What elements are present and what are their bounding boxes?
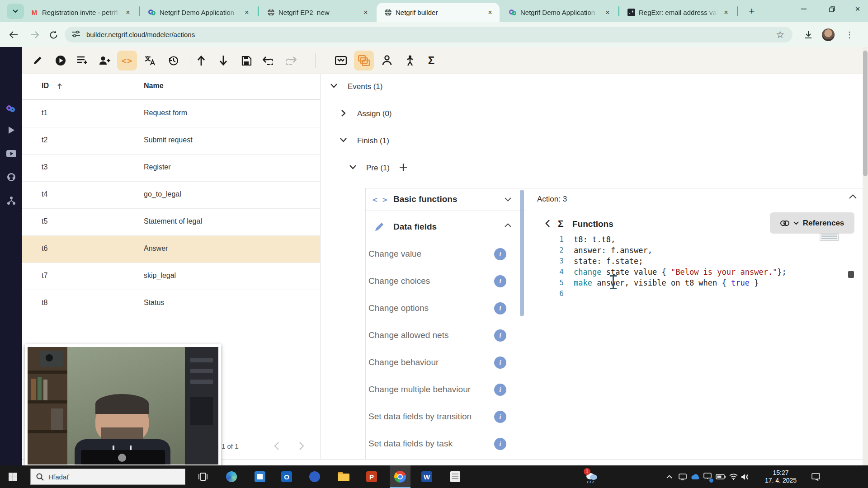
editor-scrollbar[interactable] xyxy=(848,271,854,278)
function-item[interactable]: Set data fields by task xyxy=(368,439,453,449)
save-button[interactable] xyxy=(236,51,256,70)
section-data-fields[interactable]: Data fields xyxy=(393,222,437,232)
onedrive-tray-icon[interactable] xyxy=(689,465,702,488)
window-close-button[interactable]: × xyxy=(847,0,868,18)
export-button[interactable] xyxy=(213,51,233,70)
clone-view-button[interactable] xyxy=(354,51,374,70)
task-view-button[interactable] xyxy=(194,465,212,488)
chevron-down-icon[interactable] xyxy=(349,165,356,169)
info-icon[interactable]: i xyxy=(494,411,506,423)
edit-mode-button[interactable] xyxy=(28,51,47,70)
downloads-button[interactable] xyxy=(801,27,816,42)
paginator-next-icon[interactable] xyxy=(299,442,304,450)
tab-close-icon[interactable]: × xyxy=(242,8,252,18)
add-action-icon[interactable] xyxy=(399,163,407,171)
cell-name[interactable]: Status xyxy=(144,299,164,307)
tab-netgrif-demo-1[interactable]: Netgrif Demo Application × xyxy=(141,3,256,22)
tree-node-pre[interactable]: Pre (1) xyxy=(366,164,390,173)
taskbar-app-blue[interactable] xyxy=(250,465,270,488)
tab-regexr[interactable]: .* RegExr: email address valid × xyxy=(620,3,736,22)
cell-id[interactable]: t7 xyxy=(42,272,47,280)
cell-name[interactable]: Request form xyxy=(144,109,187,117)
references-button[interactable]: References xyxy=(770,212,854,234)
net-view-button[interactable] xyxy=(331,51,351,70)
tab-registration-invite[interactable]: M Registration invite - petriflo × xyxy=(23,3,137,22)
tree-node-events[interactable]: Events (1) xyxy=(348,82,382,91)
cell-name[interactable]: Statement of legal xyxy=(144,217,202,225)
paginator-prev-icon[interactable] xyxy=(274,442,279,450)
taskbar-clock[interactable]: 15:27 17. 4. 2025 xyxy=(760,465,801,488)
info-icon[interactable]: i xyxy=(494,329,506,342)
cell-id[interactable]: t4 xyxy=(42,190,47,198)
battery-tray-icon[interactable] xyxy=(714,465,727,488)
tab-close-icon[interactable]: × xyxy=(123,8,133,18)
chevron-up-icon[interactable] xyxy=(505,223,511,227)
info-icon[interactable]: i xyxy=(494,438,506,450)
tab-netgrif-demo-2[interactable]: Netgrif Demo Application × xyxy=(501,3,617,22)
reload-button[interactable] xyxy=(46,27,61,42)
youtube-icon[interactable] xyxy=(0,145,22,163)
window-restore-button[interactable] xyxy=(821,0,842,18)
cell-name[interactable]: Answer xyxy=(144,244,168,253)
volume-tray-icon[interactable] xyxy=(739,465,751,488)
simulate-button[interactable] xyxy=(51,51,71,70)
cell-name[interactable]: go_to_legal xyxy=(144,190,181,198)
cell-id[interactable]: t8 xyxy=(42,299,47,307)
info-icon[interactable]: i xyxy=(494,357,506,369)
cell-name[interactable]: skip_legal xyxy=(144,272,176,280)
function-item[interactable]: Change options xyxy=(368,303,429,313)
function-item[interactable]: Change behaviour xyxy=(368,357,439,367)
new-tab-button[interactable]: + xyxy=(745,5,759,18)
browser-menu-button[interactable]: ⋮ xyxy=(842,27,857,42)
taskbar-app-outlook[interactable]: O xyxy=(276,465,297,488)
collapse-chevron-icon[interactable] xyxy=(849,194,857,199)
function-item[interactable]: Change choices xyxy=(368,276,430,286)
function-item[interactable]: Change value xyxy=(368,249,421,259)
taskbar-app-browser[interactable] xyxy=(221,465,242,488)
chevron-down-icon[interactable] xyxy=(330,84,337,88)
code-editor[interactable]: 1t8: t.t8, 2answer: f.answer, 3state: f.… xyxy=(550,234,787,299)
tab-netgrif-ep2[interactable]: Netgrif EP2_new × xyxy=(259,3,375,22)
cast-tray-icon[interactable] xyxy=(676,465,689,488)
users-view-button[interactable] xyxy=(377,51,397,70)
tree-node-finish[interactable]: Finish (1) xyxy=(357,136,389,145)
roles-view-button[interactable] xyxy=(400,51,420,70)
window-minimize-button[interactable] xyxy=(793,0,814,18)
functions-scrollbar[interactable] xyxy=(520,190,524,316)
info-icon[interactable]: i xyxy=(494,248,506,260)
wifi-tray-icon[interactable] xyxy=(727,465,740,488)
address-bar[interactable]: builder.netgrif.cloud/modeler/actions ☆ xyxy=(65,27,793,42)
search-input[interactable] xyxy=(48,473,166,481)
cell-id[interactable]: t3 xyxy=(42,163,47,171)
redo-button[interactable] xyxy=(282,51,302,70)
github-icon[interactable] xyxy=(0,168,22,186)
column-header-id[interactable]: ID xyxy=(42,82,49,90)
function-item[interactable]: Change allowed nets xyxy=(368,330,448,340)
hierarchy-icon[interactable] xyxy=(0,192,22,210)
tab-close-icon[interactable]: × xyxy=(721,8,731,18)
tab-close-icon[interactable]: × xyxy=(485,8,495,18)
column-header-name[interactable]: Name xyxy=(144,82,164,90)
chevron-right-icon[interactable] xyxy=(341,110,346,117)
chevron-down-icon[interactable] xyxy=(340,138,347,142)
info-icon[interactable]: i xyxy=(494,302,506,314)
tab-close-icon[interactable]: × xyxy=(603,8,613,18)
page-scrollbar-thumb[interactable] xyxy=(863,51,868,176)
info-icon[interactable]: i xyxy=(494,275,506,287)
cell-name[interactable]: Submit request xyxy=(144,136,193,144)
forward-button[interactable] xyxy=(27,27,42,42)
actions-mode-button[interactable]: <> xyxy=(117,51,137,70)
import-button[interactable] xyxy=(191,51,211,70)
display-tray-icon[interactable] xyxy=(701,465,714,488)
tab-search-button[interactable] xyxy=(7,4,24,19)
play-icon[interactable] xyxy=(0,121,22,139)
functions-view-button[interactable]: Σ xyxy=(421,51,441,70)
taskbar-app-chrome[interactable] xyxy=(390,465,410,488)
taskbar-app-powerpoint[interactable]: P xyxy=(361,465,382,488)
action-center-button[interactable] xyxy=(807,465,824,488)
translate-button[interactable] xyxy=(140,51,160,70)
cell-name[interactable]: Register xyxy=(144,163,171,171)
tab-close-icon[interactable]: × xyxy=(361,8,371,18)
section-basic-functions[interactable]: Basic functions xyxy=(393,194,457,204)
add-role-button[interactable] xyxy=(95,51,115,70)
